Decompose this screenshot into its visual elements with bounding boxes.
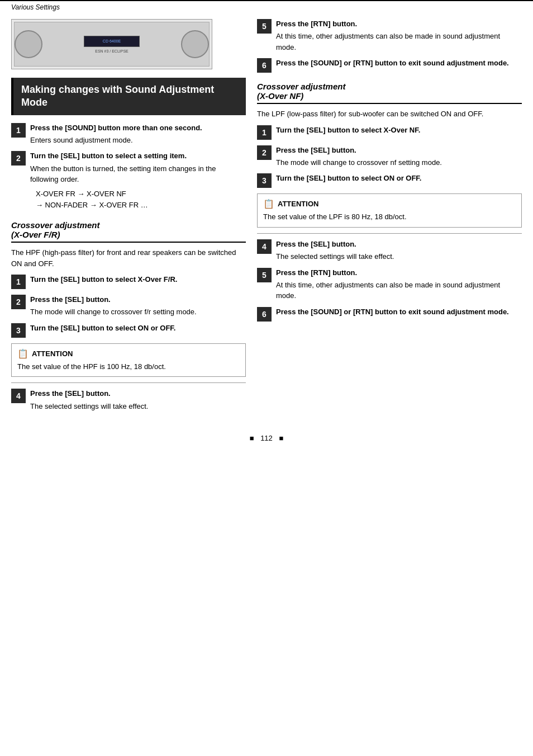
step-2: 2 Turn the [SEL] button to select a sett… xyxy=(11,151,246,211)
nf-step-num-4: 4 xyxy=(257,239,272,254)
fr-step-4-title: Press the [SEL] button. xyxy=(30,389,246,399)
attention-text-nf: The set value of the LPF is 80 Hz, 18 db… xyxy=(263,211,516,223)
attention-box-nf: 📋 ATTENTION The set value of the LPF is … xyxy=(257,193,522,228)
right-column: 5 Press the [RTN] button. At this time, … xyxy=(257,19,522,417)
nf-step-3: 3 Turn the [SEL] button to select ON or … xyxy=(257,173,522,188)
page-number-area: ■ 112 ■ xyxy=(0,434,533,448)
attention-icon-nf: 📋 xyxy=(263,199,274,209)
main-step-5: 5 Press the [RTN] button. At this time, … xyxy=(257,19,522,53)
nf-step-2: 2 Press the [SEL] button. The mode will … xyxy=(257,145,522,168)
device-knob-left xyxy=(15,30,42,58)
nf-step-num-1: 1 xyxy=(257,125,272,140)
fr-step-2-desc: The mode will change to crossover f/r se… xyxy=(30,306,246,318)
section-header-bar: Various Settings xyxy=(0,0,533,13)
nf-step-2-content: Press the [SEL] button. The mode will ch… xyxy=(276,145,522,168)
nf-step-1: 1 Turn the [SEL] button to select X-Over… xyxy=(257,125,522,140)
nf-step-1-content: Turn the [SEL] button to select X-Over N… xyxy=(276,125,522,135)
step-2-title: Turn the [SEL] button to select a settin… xyxy=(30,151,246,161)
nf-step-num-2: 2 xyxy=(257,145,272,160)
step-2-order: X-OVER FR → X-OVER NF → NON-FADER → X-OV… xyxy=(36,188,246,212)
nf-step-4-title: Press the [SEL] button. xyxy=(276,239,522,249)
step-2-content: Turn the [SEL] button to select a settin… xyxy=(30,151,246,211)
nf-step-4: 4 Press the [SEL] button. The selected s… xyxy=(257,239,522,262)
nf-step-3-content: Turn the [SEL] button to select ON or OF… xyxy=(276,173,522,183)
nf-step-5-content: Press the [RTN] button. At this time, ot… xyxy=(276,268,522,301)
fr-step-2-title: Press the [SEL] button. xyxy=(30,295,246,305)
attention-text-fr: The set value of the HPF is 100 Hz, 18 d… xyxy=(17,361,240,372)
crossover-fr-section: Crossover adjustment (X-Over F/R) The HP… xyxy=(11,220,246,412)
crossover-fr-line xyxy=(11,242,246,243)
attention-box-fr: 📋 ATTENTION The set value of the HPF is … xyxy=(11,343,246,377)
divider-fr xyxy=(11,382,246,383)
nf-step-6: 6 Press the [SOUND] or [RTN] button to e… xyxy=(257,307,522,322)
main-step-6: 6 Press the [SOUND] or [RTN] button to e… xyxy=(257,58,522,73)
step-2-desc: When the button is turned, the setting i… xyxy=(30,163,246,185)
main-step-5-content: Press the [RTN] button. At this time, ot… xyxy=(276,19,522,53)
step-2-order-line2: → NON-FADER → X-OVER FR … xyxy=(36,201,148,209)
nf-step-2-title: Press the [SEL] button. xyxy=(276,145,522,155)
main-step-num-5: 5 xyxy=(257,19,272,34)
attention-title-nf: 📋 ATTENTION xyxy=(263,199,516,209)
step-1-title: Press the [SOUND] button more than one s… xyxy=(30,123,246,133)
main-step-5-title: Press the [RTN] button. xyxy=(276,19,522,29)
nf-step-5: 5 Press the [RTN] button. At this time, … xyxy=(257,268,522,301)
attention-icon-fr: 📋 xyxy=(17,348,28,359)
device-center-panel: CD 6400E ESN #3 / ECLIPSE xyxy=(42,36,181,53)
step-2-order-line1: X-OVER FR → X-OVER NF xyxy=(36,190,126,198)
device-inner: CD 6400E ESN #3 / ECLIPSE xyxy=(14,22,210,67)
page-number: 112 xyxy=(256,434,277,442)
content-area: CD 6400E ESN #3 / ECLIPSE Making changes… xyxy=(0,13,533,423)
main-step-6-content: Press the [SOUND] or [RTN] button to exi… xyxy=(276,58,522,68)
step-1-desc: Enters sound adjustment mode. xyxy=(30,135,246,146)
fr-step-2-content: Press the [SEL] button. The mode will ch… xyxy=(30,295,246,318)
fr-step-num-4: 4 xyxy=(11,389,26,403)
crossover-nf-title: Crossover adjustment (X-Over NF) xyxy=(257,82,522,101)
nf-step-2-desc: The mode will change to crossover nf set… xyxy=(276,157,522,168)
crossover-nf-section: Crossover adjustment (X-Over NF) The LPF… xyxy=(257,82,522,322)
step-1-content: Press the [SOUND] button more than one s… xyxy=(30,123,246,146)
left-column: CD 6400E ESN #3 / ECLIPSE Making changes… xyxy=(11,19,246,417)
nf-step-3-title: Turn the [SEL] button to select ON or OF… xyxy=(276,173,522,183)
fr-step-3: 3 Turn the [SEL] button to select ON or … xyxy=(11,323,246,338)
step-1: 1 Press the [SOUND] button more than one… xyxy=(11,123,246,146)
nf-step-4-content: Press the [SEL] button. The selected set… xyxy=(276,239,522,262)
nf-step-5-title: Press the [RTN] button. xyxy=(276,268,522,278)
main-step-6-title: Press the [SOUND] or [RTN] button to exi… xyxy=(276,58,522,68)
divider-nf xyxy=(257,233,522,234)
attention-title-fr: 📋 ATTENTION xyxy=(17,348,240,359)
fr-step-1-title: Turn the [SEL] button to select X-Over F… xyxy=(30,275,246,285)
step-num-1: 1 xyxy=(11,123,26,138)
device-knob-right xyxy=(181,30,209,58)
nf-step-4-desc: The selected settings will take effect. xyxy=(276,251,522,262)
crossover-nf-line xyxy=(257,103,522,104)
fr-step-3-content: Turn the [SEL] button to select ON or OF… xyxy=(30,323,246,333)
fr-step-2: 2 Press the [SEL] button. The mode will … xyxy=(11,295,246,318)
main-step-5-desc: At this time, other adjustments can also… xyxy=(276,31,522,53)
nf-step-num-6: 6 xyxy=(257,307,272,322)
fr-step-3-title: Turn the [SEL] button to select ON or OF… xyxy=(30,323,246,333)
page-num-right-marker: ■ xyxy=(279,434,283,442)
nf-step-1-title: Turn the [SEL] button to select X-Over N… xyxy=(276,125,522,135)
section-title: Making changes with Sound Adjustment Mod… xyxy=(21,83,238,110)
nf-step-6-content: Press the [SOUND] or [RTN] button to exi… xyxy=(276,307,522,317)
nf-step-6-title: Press the [SOUND] or [RTN] button to exi… xyxy=(276,307,522,317)
crossover-fr-title: Crossover adjustment (X-Over F/R) xyxy=(11,220,246,239)
fr-step-4-desc: The selected settings will take effect. xyxy=(30,401,246,412)
fr-step-num-2: 2 xyxy=(11,295,26,309)
fr-step-4: 4 Press the [SEL] button. The selected s… xyxy=(11,389,246,412)
fr-step-4-content: Press the [SEL] button. The selected set… xyxy=(30,389,246,412)
crossover-nf-desc: The LPF (low-pass filter) for sub-woofer… xyxy=(257,108,522,120)
nf-step-5-desc: At this time, other adjustments can also… xyxy=(276,280,522,301)
page: Various Settings CD 6400E ESN #3 / ECLIP… xyxy=(0,0,533,756)
section-label: Various Settings xyxy=(11,3,60,11)
nf-step-num-5: 5 xyxy=(257,268,272,282)
fr-step-num-3: 3 xyxy=(11,323,26,338)
device-display: CD 6400E xyxy=(84,36,140,47)
fr-step-1: 1 Turn the [SEL] button to select X-Over… xyxy=(11,275,246,289)
fr-step-1-content: Turn the [SEL] button to select X-Over F… xyxy=(30,275,246,285)
main-step-num-6: 6 xyxy=(257,58,272,73)
page-num-left-marker: ■ xyxy=(250,434,256,442)
nf-step-num-3: 3 xyxy=(257,173,272,188)
fr-step-num-1: 1 xyxy=(11,275,26,289)
device-image: CD 6400E ESN #3 / ECLIPSE xyxy=(11,19,212,69)
